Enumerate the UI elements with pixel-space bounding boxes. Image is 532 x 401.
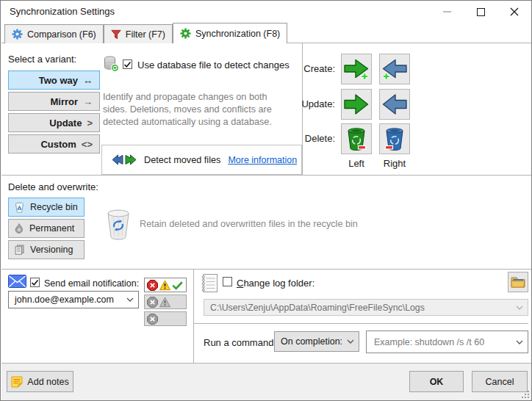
check-icon <box>31 279 39 286</box>
browse-folder-button[interactable] <box>508 272 528 292</box>
tab-synchronization[interactable]: Synchronization (F8) <box>173 23 287 43</box>
command-trigger-value: On completion: <box>275 336 347 347</box>
synchronization-settings-dialog: Synchronization Settings Comparison (F6)… <box>0 0 532 401</box>
cancel-button[interactable]: Cancel <box>472 371 528 392</box>
permanent-button[interactable]: Permanent <box>8 219 85 238</box>
arrow-left-icon <box>381 93 408 115</box>
recycle-bin-green-icon <box>345 126 367 151</box>
recycle-bin-blue-icon <box>384 126 406 151</box>
delete-overwrite-label: Delete and overwrite: <box>8 181 98 192</box>
arrow-right-icon <box>343 93 370 115</box>
send-email-checkbox[interactable] <box>30 278 40 287</box>
variant-custom-button[interactable]: Custom <> <box>8 134 100 153</box>
ok-button[interactable]: OK <box>409 371 464 392</box>
chevron-down-icon <box>516 306 523 310</box>
log-command-divider <box>194 323 528 324</box>
maximize-button[interactable] <box>464 1 497 23</box>
log-path-value: C:\Users\Zenju\AppData\Roaming\FreeFileS… <box>204 303 516 313</box>
versioning-label: Versioning <box>30 245 73 255</box>
maximize-icon <box>477 8 485 16</box>
arrow-right-plus-icon <box>343 57 370 81</box>
permanent-label: Permanent <box>29 223 74 234</box>
change-log-rest: hange log folder: <box>243 278 314 289</box>
chevron-down-icon <box>516 340 523 344</box>
add-notes-label: Add notes <box>27 377 68 387</box>
arrow-left-plus-icon <box>381 57 408 81</box>
notify-always-button[interactable] <box>144 278 187 292</box>
email-address-value: john.doe@example.com <box>9 295 126 305</box>
email-address-dropdown[interactable]: john.doe@example.com <box>8 291 139 308</box>
check-icon <box>123 61 132 68</box>
command-trigger-dropdown[interactable]: On completion: <box>274 331 359 352</box>
run-command-label: Run a command: <box>204 337 276 348</box>
use-database-label: Use database file to detect changes <box>137 59 290 71</box>
close-icon <box>510 7 519 16</box>
chevron-down-icon <box>347 339 354 344</box>
variant-update-label: Update <box>49 118 82 129</box>
delete-right-button[interactable] <box>379 123 410 154</box>
update-label: Update: <box>291 89 335 120</box>
two-way-arrow-glyph: ↔ <box>83 75 93 86</box>
create-label: Create: <box>291 54 335 84</box>
moved-files-arrows-icon <box>112 154 137 165</box>
tab-synchronization-label: Synchronization (F8) <box>195 29 280 39</box>
delete-label: Delete: <box>291 123 335 154</box>
variant-mirror-label: Mirror <box>50 96 78 107</box>
select-variant-label: Select a variant: <box>8 54 76 65</box>
cancel-label: Cancel <box>486 377 514 387</box>
detect-moved-files-label: Detect moved files <box>144 155 220 165</box>
update-left-button[interactable] <box>341 89 372 120</box>
variant-update-button[interactable]: Update > <box>8 113 100 132</box>
success-icon <box>172 280 183 291</box>
retain-description: Retain deleted and overwritten files in … <box>140 219 358 229</box>
resize-grip[interactable] <box>522 391 529 398</box>
change-log-checkbox[interactable] <box>223 277 232 286</box>
custom-arrow-glyph: <> <box>82 139 93 150</box>
mirror-arrow-glyph: → <box>83 96 93 107</box>
gear-green-icon <box>180 28 191 39</box>
detect-moved-files-box: Detect moved files More information <box>101 145 302 175</box>
use-database-checkbox[interactable] <box>123 59 132 69</box>
ok-label: OK <box>430 377 444 387</box>
more-information-link[interactable]: More information <box>228 155 297 165</box>
minimize-icon <box>443 11 451 12</box>
add-notes-button[interactable]: Add notes <box>7 371 73 392</box>
command-input-dropdown[interactable]: Example: shutdown /s /t 60 <box>366 330 528 353</box>
variant-two-way-button[interactable]: Two way ↔ <box>8 71 100 90</box>
folder-icon <box>511 276 525 289</box>
notify-error-button[interactable] <box>144 311 187 326</box>
log-icon <box>200 273 218 293</box>
tab-comparison[interactable]: Comparison (F6) <box>4 24 104 43</box>
gear-blue-icon <box>12 29 23 40</box>
versioning-button[interactable]: Versioning <box>8 240 85 259</box>
create-right-button[interactable] <box>379 54 410 84</box>
section-divider-2 <box>1 269 532 270</box>
variant-description: Identify and propagate changes on both s… <box>103 91 292 129</box>
change-log-label: Change log folder: <box>237 278 314 289</box>
delete-left-button[interactable] <box>341 123 372 154</box>
minimize-button[interactable] <box>430 1 464 23</box>
column-left-label: Left <box>341 158 372 169</box>
recycle-bin-small-icon <box>15 202 24 213</box>
error-gray-icon <box>147 297 158 308</box>
database-icon <box>103 56 119 72</box>
command-placeholder: Example: shutdown /s /t 60 <box>367 337 516 347</box>
variant-custom-label: Custom <box>40 139 76 150</box>
variant-two-way-label: Two way <box>39 75 78 86</box>
window-title: Synchronization Settings <box>10 6 115 17</box>
variant-mirror-button[interactable]: Mirror → <box>8 92 100 111</box>
recycle-bin-button[interactable]: Recycle bin <box>8 198 85 217</box>
recycle-bin-large-icon <box>104 209 132 241</box>
close-button[interactable] <box>497 1 531 23</box>
column-right-label: Right <box>379 158 410 169</box>
update-arrow-glyph: > <box>87 118 93 129</box>
log-path-dropdown[interactable]: C:\Users\Zenju\AppData\Roaming\FreeFileS… <box>204 299 528 316</box>
notify-error-warning-button[interactable] <box>144 295 187 309</box>
tab-filter[interactable]: Filter (F7) <box>104 24 173 43</box>
update-right-button[interactable] <box>379 89 410 120</box>
change-log-accel: C <box>237 278 243 289</box>
tab-filter-label: Filter (F7) <box>126 29 165 40</box>
error-gray-icon <box>147 314 158 325</box>
create-left-button[interactable] <box>341 54 372 84</box>
section-divider-1 <box>1 175 532 176</box>
